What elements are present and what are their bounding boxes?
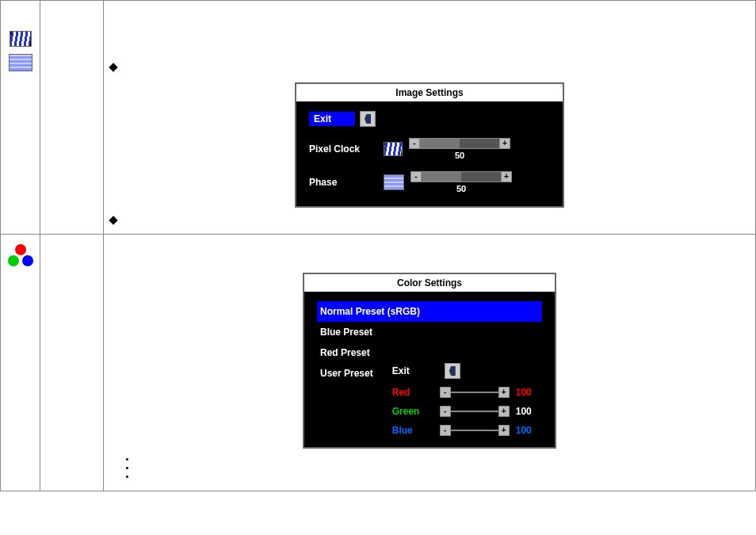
plus-button[interactable]: +: [499, 138, 510, 149]
bullet-list: [126, 458, 749, 478]
slider-track[interactable]: [422, 171, 501, 182]
red-value: 100: [516, 387, 538, 398]
phase-icon: [9, 54, 32, 71]
user-preset[interactable]: User Preset: [317, 363, 376, 384]
normal-preset[interactable]: Normal Preset (sRGB): [317, 301, 542, 322]
user-exit-row[interactable]: Exit: [392, 363, 538, 379]
rgb-icon: [8, 244, 33, 266]
color-settings-panel: Color Settings Normal Preset (sRGB) Blue…: [303, 273, 556, 449]
exit-label: Exit: [309, 112, 355, 126]
minus-button[interactable]: -: [440, 387, 451, 398]
red-label: Red: [392, 387, 440, 398]
phase-row[interactable]: Phase - + 50: [309, 171, 550, 193]
phase-value: 50: [456, 184, 466, 193]
spacer-cell: [40, 1, 104, 235]
layout-table: Image Settings Exit Pixel Clock -: [0, 0, 756, 491]
exit-row[interactable]: Exit: [309, 111, 550, 127]
image-settings-content-cell: Image Settings Exit Pixel Clock -: [104, 1, 756, 235]
bullet-icon: [109, 216, 117, 224]
minus-button[interactable]: -: [409, 138, 420, 149]
green-value: 100: [516, 406, 538, 417]
minus-button[interactable]: -: [410, 171, 422, 182]
pixelclock-label: Pixel Clock: [309, 143, 380, 155]
spacer-cell: [40, 235, 104, 491]
phase-icon: [384, 174, 404, 190]
plus-button[interactable]: +: [498, 425, 510, 436]
blue-row[interactable]: Blue - + 100: [392, 425, 538, 436]
red-row[interactable]: Red - + 100: [392, 387, 538, 398]
image-settings-title: Image Settings: [296, 84, 563, 101]
red-preset[interactable]: Red Preset: [317, 342, 542, 363]
user-exit-label: Exit: [392, 365, 440, 376]
color-settings-sidebar-cell: [1, 235, 40, 491]
color-settings-title: Color Settings: [304, 274, 555, 292]
blue-slider[interactable]: - +: [440, 425, 510, 436]
exit-icon: [445, 363, 460, 379]
pixelclock-row[interactable]: Pixel Clock - + 50: [309, 138, 550, 160]
image-settings-panel: Image Settings Exit Pixel Clock -: [295, 82, 564, 208]
pixelclock-value: 50: [455, 151, 464, 160]
green-label: Green: [392, 406, 440, 417]
blue-label: Blue: [392, 425, 440, 436]
plus-button[interactable]: +: [501, 171, 512, 182]
minus-button[interactable]: -: [440, 406, 451, 417]
pixelclock-slider[interactable]: - + 50: [409, 138, 510, 160]
phase-label: Phase: [309, 177, 380, 188]
color-settings-content-cell: Color Settings Normal Preset (sRGB) Blue…: [104, 235, 756, 491]
plus-button[interactable]: +: [498, 406, 510, 417]
green-row[interactable]: Green - + 100: [392, 406, 538, 417]
blue-preset[interactable]: Blue Preset: [317, 322, 542, 342]
bullet-icon: [109, 63, 117, 71]
image-settings-sidebar-cell: [1, 1, 40, 235]
slider-track[interactable]: [420, 138, 499, 149]
pixelclock-icon: [10, 31, 32, 47]
exit-icon: [360, 111, 376, 127]
plus-button[interactable]: +: [498, 387, 510, 398]
blue-value: 100: [516, 425, 538, 436]
minus-button[interactable]: -: [440, 425, 451, 436]
red-slider[interactable]: - +: [440, 387, 510, 398]
pixelclock-icon: [384, 142, 403, 156]
green-slider[interactable]: - +: [440, 406, 510, 417]
phase-slider[interactable]: - + 50: [410, 171, 512, 193]
